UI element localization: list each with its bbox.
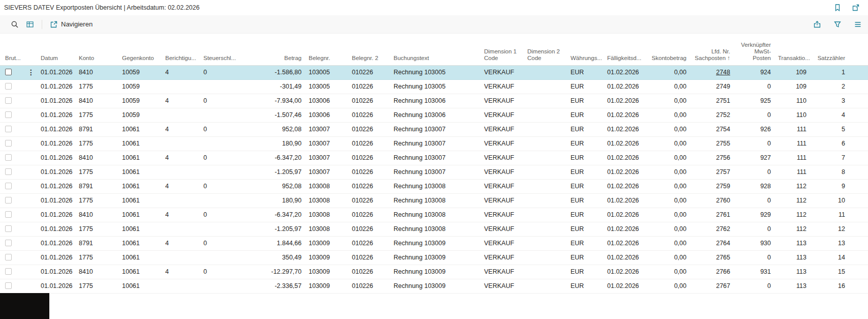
- row-checkbox[interactable]: [5, 168, 12, 175]
- cell-faelligkeitsdatum: 01.02.2026: [606, 151, 650, 165]
- column-header-betrag[interactable]: Betrag: [239, 34, 308, 65]
- row-checkbox[interactable]: [5, 254, 12, 260]
- cell-waehrungscode: EUR: [570, 179, 606, 193]
- column-header-waehrungscode[interactable]: Währungs...: [570, 34, 606, 65]
- row-checkbox[interactable]: [5, 211, 12, 218]
- row-checkbox[interactable]: [5, 197, 12, 204]
- cell-konto: 1775: [78, 250, 121, 265]
- share-icon[interactable]: [813, 20, 821, 28]
- cell-steuerschluessel: [202, 136, 239, 151]
- cell-skontobetrag: 0,00: [650, 236, 693, 250]
- cell-waehrungscode: EUR: [570, 94, 606, 108]
- table-row[interactable]: 01.01.202684101006140-6.347,201030080102…: [0, 208, 868, 222]
- cell-belegnr2: 010226: [351, 65, 393, 79]
- row-gutter: ⋮: [0, 65, 40, 79]
- column-header-datum[interactable]: Datum: [40, 34, 78, 65]
- cell-belegnr2: 010226: [351, 79, 393, 94]
- cell-buchungstext: Rechnung 103006: [393, 94, 483, 108]
- row-checkbox[interactable]: [5, 282, 12, 289]
- search-button[interactable]: [7, 18, 22, 31]
- cell-buchungstext: Rechnung 103005: [393, 65, 483, 79]
- row-context-menu-icon[interactable]: ⋮: [27, 69, 35, 76]
- table-row[interactable]: 01.01.202687911006140952,08103008010226R…: [0, 179, 868, 193]
- cell-berichtigungsschluessel: [164, 79, 202, 94]
- column-header-lfdnr-sachposten[interactable]: Lfd. Nr. Sachposten ↑: [693, 34, 736, 65]
- column-header-faelligkeitsdatum[interactable]: Fälligkeitsd...: [606, 34, 650, 65]
- table-row[interactable]: 01.01.2026177510059-1.507,46103006010226…: [0, 108, 868, 122]
- table-row[interactable]: 01.01.2026177510061-1.205,97103008010226…: [0, 222, 868, 236]
- cell-verknuepfter-mwst-posten: 0: [736, 279, 777, 293]
- cell-skontobetrag: 0,00: [650, 179, 693, 193]
- row-checkbox[interactable]: [5, 111, 12, 118]
- cell-steuerschluessel: [202, 193, 239, 208]
- row-checkbox[interactable]: [5, 140, 12, 147]
- row-checkbox[interactable]: [5, 126, 12, 132]
- bookmark-icon[interactable]: [833, 4, 842, 12]
- cell-berichtigungsschluessel: [164, 165, 202, 179]
- column-header-konto[interactable]: Konto: [78, 34, 121, 65]
- row-checkbox[interactable]: [5, 83, 12, 90]
- cell-buchungstext: Rechnung 103005: [393, 79, 483, 94]
- table-row[interactable]: 01.01.202687911006140952,08103007010226R…: [0, 122, 868, 136]
- table-row[interactable]: 01.01.202684101006140-12.297,70103009010…: [0, 265, 868, 279]
- row-gutter: [0, 236, 40, 250]
- column-header-gegenkonto[interactable]: Gegenkonto: [121, 34, 164, 65]
- cell-waehrungscode: EUR: [570, 250, 606, 265]
- row-checkbox[interactable]: [5, 69, 12, 75]
- cell-satzzaehler: 4: [813, 108, 868, 122]
- table-row[interactable]: 01.01.2026177510061-2.336,57103009010226…: [0, 279, 868, 293]
- cell-faelligkeitsdatum: 01.02.2026: [606, 179, 650, 193]
- column-header-brutto[interactable]: Brut...: [0, 34, 40, 65]
- details-panel-icon[interactable]: [854, 20, 862, 28]
- table-row[interactable]: 01.01.2026177510061180,90103007010226Rec…: [0, 136, 868, 151]
- column-header-belegnr2[interactable]: Belegnr. 2: [351, 34, 393, 65]
- row-checkbox[interactable]: [5, 240, 12, 246]
- table-row[interactable]: 01.01.2026177510061-1.205,97103007010226…: [0, 165, 868, 179]
- cell-satzzaehler: 1: [813, 65, 868, 79]
- table-row[interactable]: 01.01.2026177510059-301,49103005010226Re…: [0, 79, 868, 94]
- edit-list-button[interactable]: [22, 18, 38, 31]
- cell-lfdnr-sachposten: 2767: [693, 279, 736, 293]
- cell-satzzaehler: 2: [813, 79, 868, 94]
- column-header-dimension1code[interactable]: Dimension 1 Code: [483, 34, 526, 65]
- column-header-steuerschluessel[interactable]: Steuerschl...: [202, 34, 239, 65]
- table-row[interactable]: 01.01.202684101005940-7.934,001030060102…: [0, 94, 868, 108]
- table-row[interactable]: 01.01.2026177510061180,90103008010226Rec…: [0, 193, 868, 208]
- cell-transaktionsnr: 111: [777, 136, 813, 151]
- column-header-belegnr[interactable]: Belegnr.: [308, 34, 351, 65]
- cell-berichtigungsschluessel: [164, 279, 202, 293]
- row-checkbox[interactable]: [5, 183, 12, 189]
- cell-faelligkeitsdatum: 01.02.2026: [606, 265, 650, 279]
- cell-belegnr2: 010226: [351, 136, 393, 151]
- column-header-satzzaehler[interactable]: Satzzähler: [813, 34, 868, 65]
- navigate-button[interactable]: Navigieren: [46, 18, 96, 31]
- cell-lfdnr-sachposten: 2762: [693, 222, 736, 236]
- cell-gegenkonto: 10061: [121, 151, 164, 165]
- column-header-verknuepfter-mwst-posten[interactable]: Verknüpfter MwSt- Posten: [736, 34, 777, 65]
- cell-skontobetrag: 0,00: [650, 65, 693, 79]
- cell-betrag: -6.347,20: [239, 151, 308, 165]
- column-header-buchungstext[interactable]: Buchungstext: [393, 34, 483, 65]
- cell-skontobetrag: 0,00: [650, 165, 693, 179]
- cell-belegnr: 103009: [308, 250, 351, 265]
- cell-belegnr: 103006: [308, 108, 351, 122]
- sachposten-link[interactable]: 2748: [716, 69, 730, 76]
- open-in-new-window-icon[interactable]: [852, 4, 860, 12]
- table-row[interactable]: 01.01.2026177510061350,49103009010226Rec…: [0, 250, 868, 265]
- column-header-berichtigungsschluessel[interactable]: Berichtigu...: [164, 34, 202, 65]
- row-checkbox[interactable]: [5, 154, 12, 161]
- table-row[interactable]: 01.01.202684101006140-6.347,201030070102…: [0, 151, 868, 165]
- row-checkbox[interactable]: [5, 268, 12, 275]
- cell-steuerschluessel: 0: [202, 65, 239, 79]
- column-header-skontobetrag[interactable]: Skontobetrag: [650, 34, 693, 65]
- column-header-dimension2code[interactable]: Dimension 2 Code: [526, 34, 570, 65]
- column-header-transaktionsnr[interactable]: Transaktio...: [777, 34, 813, 65]
- cell-datum: 01.01.2026: [40, 151, 78, 165]
- table-row[interactable]: ⋮01.01.202684101005940-1.586,80103005010…: [0, 65, 868, 79]
- table-row[interactable]: 01.01.2026879110061401.844,6610300901022…: [0, 236, 868, 250]
- cell-berichtigungsschluessel: 4: [164, 122, 202, 136]
- cell-belegnr: 103006: [308, 94, 351, 108]
- row-checkbox[interactable]: [5, 225, 12, 232]
- row-checkbox[interactable]: [5, 97, 12, 104]
- filter-icon[interactable]: [833, 20, 842, 28]
